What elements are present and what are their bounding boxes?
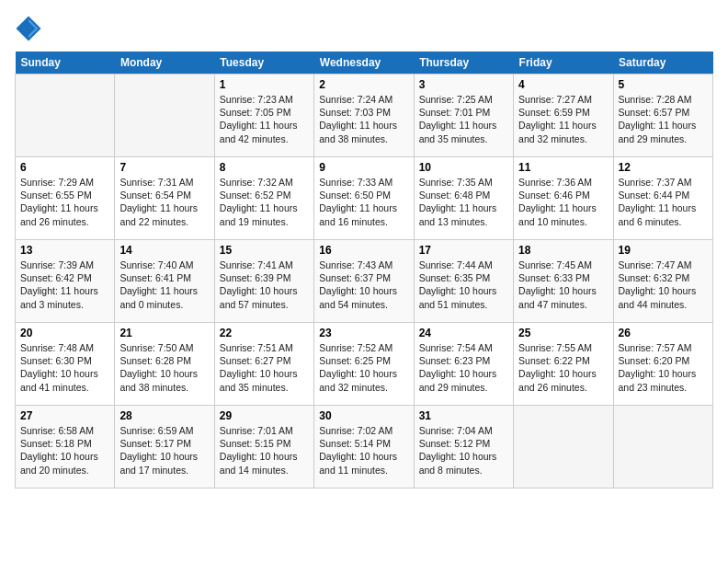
day-number: 11 (518, 161, 608, 174)
calendar-cell: 31Sunrise: 7:04 AM Sunset: 5:12 PM Dayli… (414, 406, 513, 488)
weekday-header-thursday: Thursday (414, 52, 513, 75)
day-number: 9 (319, 161, 408, 174)
day-info: Sunrise: 6:58 AM Sunset: 5:18 PM Dayligh… (20, 424, 109, 477)
calendar-cell: 17Sunrise: 7:44 AM Sunset: 6:35 PM Dayli… (414, 240, 513, 323)
day-number: 25 (518, 327, 608, 339)
day-info: Sunrise: 7:33 AM Sunset: 6:50 PM Dayligh… (319, 176, 408, 228)
day-number: 13 (20, 244, 109, 257)
day-info: Sunrise: 7:43 AM Sunset: 6:37 PM Dayligh… (319, 259, 408, 311)
day-number: 6 (20, 161, 109, 174)
day-info: Sunrise: 7:51 AM Sunset: 6:27 PM Dayligh… (220, 341, 309, 394)
day-number: 12 (619, 161, 708, 174)
calendar-cell: 16Sunrise: 7:43 AM Sunset: 6:37 PM Dayli… (314, 240, 414, 323)
calendar-week-2: 6Sunrise: 7:29 AM Sunset: 6:55 PM Daylig… (16, 157, 713, 240)
calendar-cell: 20Sunrise: 7:48 AM Sunset: 6:30 PM Dayli… (16, 323, 115, 406)
day-number: 18 (518, 244, 608, 257)
day-info: Sunrise: 7:04 AM Sunset: 5:12 PM Dayligh… (419, 424, 508, 477)
day-info: Sunrise: 7:29 AM Sunset: 6:55 PM Dayligh… (20, 176, 109, 228)
day-info: Sunrise: 7:50 AM Sunset: 6:28 PM Dayligh… (119, 341, 209, 394)
weekday-header-monday: Monday (115, 52, 214, 75)
day-info: Sunrise: 7:27 AM Sunset: 6:59 PM Dayligh… (518, 93, 608, 145)
day-info: Sunrise: 7:32 AM Sunset: 6:52 PM Dayligh… (220, 176, 309, 228)
calendar-cell: 28Sunrise: 6:59 AM Sunset: 5:17 PM Dayli… (115, 406, 214, 488)
day-number: 4 (518, 78, 608, 91)
day-number: 29 (220, 409, 309, 422)
day-info: Sunrise: 7:02 AM Sunset: 5:14 PM Dayligh… (319, 424, 408, 477)
calendar-header: SundayMondayTuesdayWednesdayThursdayFrid… (16, 52, 713, 75)
logo (15, 15, 44, 42)
day-number: 20 (20, 327, 109, 339)
calendar-cell (115, 75, 214, 157)
calendar-cell: 4Sunrise: 7:27 AM Sunset: 6:59 PM Daylig… (514, 75, 613, 157)
calendar-cell: 26Sunrise: 7:57 AM Sunset: 6:20 PM Dayli… (613, 323, 712, 406)
day-number: 16 (319, 244, 408, 257)
calendar-cell: 13Sunrise: 7:39 AM Sunset: 6:42 PM Dayli… (16, 240, 115, 323)
day-number: 3 (419, 78, 508, 91)
calendar-cell: 9Sunrise: 7:33 AM Sunset: 6:50 PM Daylig… (314, 157, 414, 240)
calendar-cell (613, 406, 712, 488)
day-info: Sunrise: 7:57 AM Sunset: 6:20 PM Dayligh… (619, 341, 708, 394)
day-info: Sunrise: 7:23 AM Sunset: 7:05 PM Dayligh… (220, 93, 309, 145)
weekday-header-friday: Friday (514, 52, 613, 75)
weekday-header-tuesday: Tuesday (214, 52, 313, 75)
calendar-cell: 10Sunrise: 7:35 AM Sunset: 6:48 PM Dayli… (414, 157, 513, 240)
calendar-cell: 3Sunrise: 7:25 AM Sunset: 7:01 PM Daylig… (414, 75, 513, 157)
day-number: 27 (20, 409, 109, 422)
calendar-cell: 12Sunrise: 7:37 AM Sunset: 6:44 PM Dayli… (613, 157, 712, 240)
day-info: Sunrise: 7:47 AM Sunset: 6:32 PM Dayligh… (619, 259, 708, 311)
day-info: Sunrise: 7:44 AM Sunset: 6:35 PM Dayligh… (419, 259, 508, 311)
day-number: 2 (319, 78, 408, 91)
day-info: Sunrise: 7:52 AM Sunset: 6:25 PM Dayligh… (319, 341, 408, 394)
logo-icon (15, 15, 42, 42)
page-header (15, 15, 713, 42)
day-number: 30 (319, 409, 408, 422)
day-info: Sunrise: 7:39 AM Sunset: 6:42 PM Dayligh… (20, 259, 109, 311)
day-info: Sunrise: 7:35 AM Sunset: 6:48 PM Dayligh… (419, 176, 508, 228)
calendar-cell (16, 75, 115, 157)
day-info: Sunrise: 7:54 AM Sunset: 6:23 PM Dayligh… (419, 341, 508, 394)
calendar-cell: 11Sunrise: 7:36 AM Sunset: 6:46 PM Dayli… (514, 157, 613, 240)
day-info: Sunrise: 7:48 AM Sunset: 6:30 PM Dayligh… (20, 341, 109, 394)
day-info: Sunrise: 7:37 AM Sunset: 6:44 PM Dayligh… (619, 176, 708, 228)
calendar-cell: 18Sunrise: 7:45 AM Sunset: 6:33 PM Dayli… (514, 240, 613, 323)
calendar-cell: 8Sunrise: 7:32 AM Sunset: 6:52 PM Daylig… (214, 157, 313, 240)
day-number: 22 (220, 327, 309, 339)
day-info: Sunrise: 7:25 AM Sunset: 7:01 PM Dayligh… (419, 93, 508, 145)
day-info: Sunrise: 7:31 AM Sunset: 6:54 PM Dayligh… (119, 176, 209, 228)
calendar-week-4: 20Sunrise: 7:48 AM Sunset: 6:30 PM Dayli… (16, 323, 713, 406)
day-number: 31 (419, 409, 508, 422)
day-info: Sunrise: 7:45 AM Sunset: 6:33 PM Dayligh… (518, 259, 608, 311)
calendar-cell: 15Sunrise: 7:41 AM Sunset: 6:39 PM Dayli… (214, 240, 313, 323)
calendar-week-3: 13Sunrise: 7:39 AM Sunset: 6:42 PM Dayli… (16, 240, 713, 323)
calendar-week-5: 27Sunrise: 6:58 AM Sunset: 5:18 PM Dayli… (16, 406, 713, 488)
calendar-cell: 1Sunrise: 7:23 AM Sunset: 7:05 PM Daylig… (214, 75, 313, 157)
day-number: 8 (220, 161, 309, 174)
calendar-cell: 5Sunrise: 7:28 AM Sunset: 6:57 PM Daylig… (613, 75, 712, 157)
day-number: 21 (119, 327, 209, 339)
calendar-cell: 24Sunrise: 7:54 AM Sunset: 6:23 PM Dayli… (414, 323, 513, 406)
calendar-cell: 21Sunrise: 7:50 AM Sunset: 6:28 PM Dayli… (115, 323, 214, 406)
calendar-cell: 22Sunrise: 7:51 AM Sunset: 6:27 PM Dayli… (214, 323, 313, 406)
calendar-cell: 29Sunrise: 7:01 AM Sunset: 5:15 PM Dayli… (214, 406, 313, 488)
day-number: 19 (619, 244, 708, 257)
day-number: 1 (220, 78, 309, 91)
day-info: Sunrise: 7:28 AM Sunset: 6:57 PM Dayligh… (619, 93, 708, 145)
calendar-cell: 6Sunrise: 7:29 AM Sunset: 6:55 PM Daylig… (16, 157, 115, 240)
day-info: Sunrise: 6:59 AM Sunset: 5:17 PM Dayligh… (119, 424, 209, 477)
day-number: 23 (319, 327, 408, 339)
day-info: Sunrise: 7:40 AM Sunset: 6:41 PM Dayligh… (119, 259, 209, 311)
calendar-cell: 23Sunrise: 7:52 AM Sunset: 6:25 PM Dayli… (314, 323, 414, 406)
day-number: 26 (619, 327, 708, 339)
day-number: 28 (119, 409, 209, 422)
day-number: 7 (119, 161, 209, 174)
calendar-cell (514, 406, 613, 488)
day-number: 14 (119, 244, 209, 257)
day-number: 5 (619, 78, 708, 91)
day-info: Sunrise: 7:24 AM Sunset: 7:03 PM Dayligh… (319, 93, 408, 145)
day-info: Sunrise: 7:01 AM Sunset: 5:15 PM Dayligh… (220, 424, 309, 477)
calendar-week-1: 1Sunrise: 7:23 AM Sunset: 7:05 PM Daylig… (16, 75, 713, 157)
calendar-cell: 2Sunrise: 7:24 AM Sunset: 7:03 PM Daylig… (314, 75, 414, 157)
calendar-cell: 25Sunrise: 7:55 AM Sunset: 6:22 PM Dayli… (514, 323, 613, 406)
day-number: 17 (419, 244, 508, 257)
calendar-cell: 30Sunrise: 7:02 AM Sunset: 5:14 PM Dayli… (314, 406, 414, 488)
